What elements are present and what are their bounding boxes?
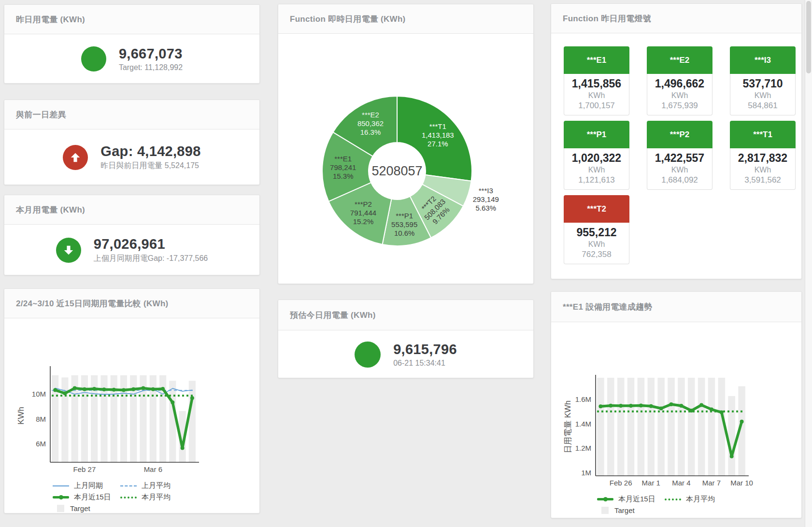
light-tile-status-header: ***P1 xyxy=(564,121,629,148)
light-tile-status-header: ***P2 xyxy=(647,121,712,148)
green-down-arrow-icon xyxy=(56,238,81,263)
card-title: 預估今日用電量 (KWh) xyxy=(290,310,376,321)
lights-grid: ***E11,415,856KWh1,700,157***E21,496,662… xyxy=(551,33,801,264)
card-15day-compare-chart: 2/24~3/10 近15日同期用電量比較 (KWh) 6M8M10MFeb 2… xyxy=(4,288,260,513)
light-tile-T2: ***T2955,212KWh762,358 xyxy=(564,195,629,264)
light-tile-T1: ***T12,817,832KWh3,591,562 xyxy=(730,121,796,190)
legend-item[interactable]: 本月近15日 xyxy=(597,495,665,504)
compare-line-bar-chart[interactable]: 6M8M10MFeb 27Mar 6KWh xyxy=(4,318,259,478)
svg-text:Feb 26: Feb 26 xyxy=(610,479,632,487)
light-tile-E1: ***E11,415,856KWh1,700,157 xyxy=(564,46,629,115)
tile-target: 1,675,939 xyxy=(647,101,712,111)
svg-text:8M: 8M xyxy=(36,415,46,423)
card-title: Function 即時日用電量 (KWh) xyxy=(290,14,406,25)
light-tile-body: 1,496,662KWh1,675,939 xyxy=(647,74,712,115)
stat-body: 97,026,961 上個月同期用電Gap: -17,377,566 xyxy=(4,225,259,275)
svg-text:850,362: 850,362 xyxy=(357,119,384,128)
tile-value: 955,212 xyxy=(564,226,629,239)
legend-label: 本月平均 xyxy=(686,495,715,504)
svg-text:Mar 7: Mar 7 xyxy=(702,479,721,487)
legend-item[interactable]: Target xyxy=(597,506,665,514)
legend-label: 上月同期 xyxy=(74,481,103,490)
legend-item[interactable]: 本月平均 xyxy=(120,493,259,502)
card-today-estimate: 預估今日用電量 (KWh) 9,615,796 06-21 15:34:41 xyxy=(278,299,534,378)
blue-dashed-icon xyxy=(120,485,137,486)
light-tile-body: 1,415,856KWh1,700,157 xyxy=(564,74,629,115)
tile-value: 1,020,322 xyxy=(564,152,629,165)
svg-text:1.2M: 1.2M xyxy=(575,444,591,452)
light-tile-I3: ***I3537,710KWh584,861 xyxy=(730,46,796,115)
svg-text:Feb 27: Feb 27 xyxy=(73,465,96,473)
light-tile-P2: ***P21,422,557KWh1,684,092 xyxy=(647,121,712,190)
svg-text:798,241: 798,241 xyxy=(330,163,356,171)
tile-target: 762,358 xyxy=(564,250,629,259)
card-header: 2/24~3/10 近15日同期用電量比較 (KWh) xyxy=(4,289,259,318)
svg-text:15.3%: 15.3% xyxy=(333,172,354,180)
compare-chart-legend: 上月同期上月平均本月近15日本月平均Target xyxy=(53,481,259,513)
blue-line-icon xyxy=(53,485,69,486)
function-usage-donut-chart[interactable]: ***T11,413,18327.1%***I3293,1495.63%***T… xyxy=(278,34,533,284)
card-header: 昨日用電量 (KWh) xyxy=(4,5,259,34)
legend-item[interactable]: 本月近15日 xyxy=(53,493,120,502)
card-title: 昨日用電量 (KWh) xyxy=(16,14,85,25)
light-tile-body: 2,817,832KWh3,591,562 xyxy=(730,148,796,190)
legend-item[interactable]: 上月同期 xyxy=(53,481,120,490)
tile-value: 537,710 xyxy=(730,77,795,90)
card-e1-trend-chart: ***E1 設備用電達成趨勢 1M1.2M1.4M1.6MFeb 26Mar 1… xyxy=(551,291,802,518)
e1-trend-line-bar-chart[interactable]: 1M1.2M1.4M1.6MFeb 26Mar 1Mar 4Mar 7Mar 1… xyxy=(551,322,801,490)
svg-text:Mar 4: Mar 4 xyxy=(672,479,690,487)
stat-subtitle: 昨日與前日用電量 5,524,175 xyxy=(100,161,200,171)
tile-target: 1,684,092 xyxy=(647,175,712,185)
donut-center-total: 5208057 xyxy=(371,164,422,178)
stat-subtitle: 上個月同期用電Gap: -17,377,566 xyxy=(94,254,208,264)
svg-text:1.4M: 1.4M xyxy=(575,420,591,428)
donut-slice-label: ***I3293,1495.63% xyxy=(473,186,499,212)
legend-label: 本月近15日 xyxy=(74,493,111,502)
legend-item[interactable]: 上月平均 xyxy=(120,481,259,490)
tile-value: 1,496,662 xyxy=(647,77,712,90)
stat-value: 9,615,796 xyxy=(393,342,457,357)
legend-label: Target xyxy=(614,506,635,514)
trend-chart-legend: 本月近15日本月平均Target xyxy=(597,495,801,514)
legend-item[interactable]: 本月平均 xyxy=(665,495,801,504)
card-function-realtime-donut: Function 即時日用電量 (KWh) ***T11,413,18327.1… xyxy=(278,4,534,284)
light-tile-E2: ***E21,496,662KWh1,675,939 xyxy=(647,46,712,115)
light-tile-body: 537,710KWh584,861 xyxy=(730,74,796,115)
svg-text:KWh: KWh xyxy=(16,407,26,425)
svg-text:10M: 10M xyxy=(32,390,46,398)
green-status-circle-icon xyxy=(355,342,381,368)
stat-value: 97,026,961 xyxy=(94,236,208,252)
scrollbar-thumb[interactable] xyxy=(806,1,811,73)
light-tile-status-header: ***T1 xyxy=(730,121,796,148)
stat-body: Gap: 4,142,898 昨日與前日用電量 5,524,175 xyxy=(4,129,259,185)
target-box-icon xyxy=(57,505,64,512)
green-line-icon xyxy=(597,498,613,500)
svg-text:1.6M: 1.6M xyxy=(575,395,591,403)
page-scrollbar[interactable] xyxy=(805,0,812,527)
light-tile-P1: ***P11,020,322KWh1,121,613 xyxy=(564,121,629,190)
card-yesterday-usage: 昨日用電量 (KWh) 9,667,073 Target: 11,128,992 xyxy=(4,4,260,84)
tile-value: 1,415,856 xyxy=(564,77,629,90)
svg-text:日用電量 KWh: 日用電量 KWh xyxy=(563,400,572,454)
tile-unit: KWh xyxy=(564,240,629,249)
legend-item[interactable]: Target xyxy=(53,504,120,513)
stat-value: Gap: 4,142,898 xyxy=(100,143,200,159)
tile-target: 1,700,157 xyxy=(564,101,629,111)
svg-text:791,444: 791,444 xyxy=(350,209,376,217)
tile-unit: KWh xyxy=(564,166,629,174)
card-header: 本月用電量 (KWh) xyxy=(4,195,259,225)
svg-text:***P2: ***P2 xyxy=(355,200,372,208)
card-header: 預估今日用電量 (KWh) xyxy=(278,300,533,330)
svg-text:Mar 10: Mar 10 xyxy=(730,479,753,487)
light-tile-status-header: ***I3 xyxy=(730,46,796,74)
green-line-icon xyxy=(53,496,69,499)
svg-text:293,149: 293,149 xyxy=(473,195,499,203)
legend-label: 本月平均 xyxy=(142,493,171,502)
green-dotted-icon xyxy=(665,499,681,500)
tile-target: 3,591,562 xyxy=(730,175,795,185)
tile-target: 1,121,613 xyxy=(564,175,629,185)
svg-text:553,595: 553,595 xyxy=(391,220,417,228)
svg-text:Mar 6: Mar 6 xyxy=(144,465,162,473)
svg-text:16.3%: 16.3% xyxy=(360,128,381,136)
card-header: Function 即時日用電量 (KWh) xyxy=(278,4,533,34)
